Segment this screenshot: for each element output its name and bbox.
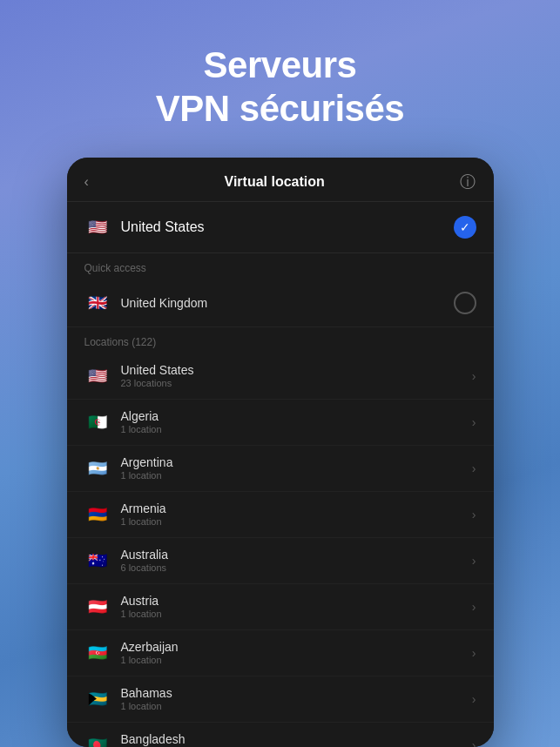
country-info: Bangladesh 1 location [121, 732, 186, 747]
hero-title: Serveurs VPN sécurisés [156, 44, 404, 131]
list-item[interactable]: 🇧🇩 Bangladesh 1 location › [67, 723, 494, 747]
country-info: Austria 1 location [121, 594, 162, 619]
country-left: 🇺🇸 United States 23 locations [84, 363, 194, 389]
country-flag: 🇩🇿 [84, 409, 111, 435]
phone-header: ‹ Virtual location ⓘ [67, 158, 494, 202]
country-locations: 6 locations [121, 562, 168, 573]
country-name: Azerbaijan [121, 640, 179, 654]
country-name: Bangladesh [121, 732, 186, 746]
country-info: United States 23 locations [121, 363, 194, 388]
country-locations: 1 location [121, 516, 166, 527]
country-info: Azerbaijan 1 location [121, 640, 179, 665]
selected-country-left: 🇺🇸 United States [84, 214, 205, 240]
country-flag: 🇦🇹 [84, 594, 111, 620]
country-flag: 🇺🇸 [84, 363, 111, 389]
country-name: Argentina [121, 455, 173, 469]
country-left: 🇦🇲 Armenia 1 location [84, 501, 166, 528]
chevron-right-icon: › [472, 646, 476, 660]
header-title: Virtual location [225, 174, 325, 190]
country-name: Algeria [121, 409, 162, 423]
country-flag: 🇧🇩 [84, 732, 111, 747]
country-left: 🇦🇺 Australia 6 locations [84, 548, 168, 574]
country-locations: 1 location [121, 470, 173, 481]
list-item[interactable]: 🇧🇸 Bahamas 1 location › [67, 676, 494, 723]
info-icon[interactable]: ⓘ [460, 172, 476, 192]
country-left: 🇧🇸 Bahamas 1 location [84, 686, 172, 712]
unselected-circle [454, 292, 476, 314]
country-name: Armenia [121, 501, 166, 515]
chevron-right-icon: › [472, 508, 476, 522]
country-name: Austria [121, 594, 162, 608]
country-list: 🇺🇸 United States 23 locations › 🇩🇿 Alger… [67, 353, 494, 747]
phone-mockup: ‹ Virtual location ⓘ 🇺🇸 United States ✓ … [67, 158, 494, 747]
country-flag: 🇧🇸 [84, 686, 111, 712]
list-item[interactable]: 🇩🇿 Algeria 1 location › [67, 400, 494, 446]
country-flag: 🇦🇲 [84, 501, 111, 528]
country-flag: 🇦🇿 [84, 640, 111, 666]
country-left: 🇦🇹 Austria 1 location [84, 594, 162, 620]
country-left: 🇩🇿 Algeria 1 location [84, 409, 162, 435]
uk-flag: 🇬🇧 [84, 290, 111, 316]
country-info: Armenia 1 location [121, 501, 166, 527]
chevron-down-icon[interactable]: ‹ [84, 174, 89, 190]
selected-country-flag: 🇺🇸 [84, 214, 111, 240]
list-item[interactable]: 🇺🇸 United States 23 locations › [67, 353, 494, 400]
chevron-right-icon: › [472, 738, 476, 747]
chevron-right-icon: › [472, 692, 476, 706]
chevron-right-icon: › [472, 600, 476, 614]
country-left: 🇦🇿 Azerbaijan 1 location [84, 640, 179, 666]
country-locations: 1 location [121, 701, 172, 711]
selected-country-row[interactable]: 🇺🇸 United States ✓ [67, 202, 494, 253]
country-name: Australia [121, 548, 168, 562]
list-item[interactable]: 🇦🇷 Argentina 1 location › [67, 446, 494, 492]
quick-access-item[interactable]: 🇬🇧 United Kingdom [67, 279, 494, 327]
country-info: Australia 6 locations [121, 548, 168, 573]
country-info: Algeria 1 location [121, 409, 162, 434]
uk-info: United Kingdom [121, 296, 208, 310]
country-flag: 🇦🇺 [84, 548, 111, 574]
chevron-right-icon: › [472, 369, 476, 383]
quick-access-left: 🇬🇧 United Kingdom [84, 290, 208, 316]
selected-country-name: United States [121, 219, 205, 235]
country-locations: 23 locations [121, 378, 194, 388]
country-name: United States [121, 363, 194, 377]
selected-check-icon: ✓ [454, 216, 476, 239]
country-locations: 1 location [121, 424, 162, 434]
chevron-right-icon: › [472, 415, 476, 429]
list-item[interactable]: 🇦🇲 Armenia 1 location › [67, 492, 494, 538]
chevron-right-icon: › [472, 461, 476, 475]
list-item[interactable]: 🇦🇹 Austria 1 location › [67, 584, 494, 630]
list-item[interactable]: 🇦🇿 Azerbaijan 1 location › [67, 630, 494, 676]
country-info: Bahamas 1 location [121, 686, 172, 711]
country-left: 🇦🇷 Argentina 1 location [84, 455, 173, 481]
locations-label: Locations (122) [67, 327, 494, 353]
chevron-right-icon: › [472, 554, 476, 568]
country-name: Bahamas [121, 686, 172, 700]
uk-name: United Kingdom [121, 296, 208, 310]
country-left: 🇧🇩 Bangladesh 1 location [84, 732, 186, 747]
country-locations: 1 location [121, 655, 179, 665]
country-flag: 🇦🇷 [84, 455, 111, 481]
country-locations: 1 location [121, 609, 162, 619]
country-info: Argentina 1 location [121, 455, 173, 481]
list-item[interactable]: 🇦🇺 Australia 6 locations › [67, 538, 494, 584]
quick-access-label: Quick access [67, 253, 494, 279]
